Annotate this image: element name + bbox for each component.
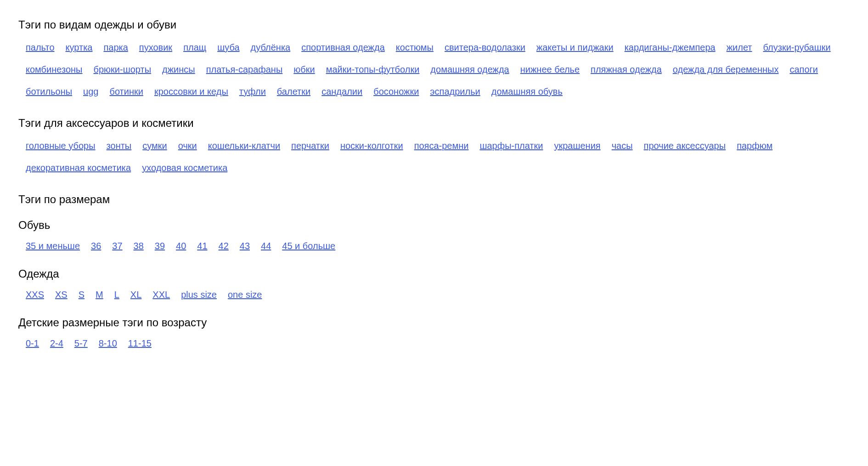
tag-link[interactable]: куртка [66, 39, 93, 56]
tag-link[interactable]: одежда для беременных [673, 61, 779, 78]
tag-link[interactable]: plus size [181, 286, 217, 303]
tag-link[interactable]: ботинки [109, 83, 143, 100]
tag-link[interactable]: 45 и больше [282, 237, 335, 255]
tag-link[interactable]: пуховик [139, 39, 172, 56]
heading-sizes: Тэги по размерам [18, 193, 850, 206]
tag-list-clothing-shoes: пальтокурткапаркапуховикплащшубадублёнка… [18, 39, 850, 100]
tag-link[interactable]: 43 [240, 237, 250, 255]
tag-link[interactable]: шуба [217, 39, 239, 56]
tag-link[interactable]: блузки-рубашки [763, 39, 831, 56]
tag-link[interactable]: S [79, 286, 85, 303]
tag-link[interactable]: комбинезоны [26, 61, 82, 78]
tag-link[interactable]: 0-1 [26, 335, 39, 352]
tag-link[interactable]: парфюм [737, 137, 772, 154]
tag-link[interactable]: сапоги [789, 61, 818, 78]
tag-link[interactable]: жилет [727, 39, 752, 56]
tag-link[interactable]: платья-сарафаны [206, 61, 283, 78]
tag-link[interactable]: босоножки [373, 83, 419, 100]
tag-link[interactable]: парка [103, 39, 128, 56]
tag-link[interactable]: 11-15 [128, 335, 152, 352]
tag-link[interactable]: 35 и меньше [26, 237, 80, 255]
tag-link[interactable]: пальто [26, 39, 55, 56]
tag-link[interactable]: балетки [277, 83, 310, 100]
tag-link[interactable]: 41 [197, 237, 207, 255]
tag-link[interactable]: часы [612, 137, 633, 154]
tag-link[interactable]: спортивная одежда [301, 39, 385, 56]
tag-link[interactable]: зонты [107, 137, 132, 154]
tag-link[interactable]: украшения [554, 137, 600, 154]
tag-link[interactable]: XXS [26, 286, 44, 303]
tag-link[interactable]: дублёнка [251, 39, 291, 56]
tag-link[interactable]: пляжная одежда [591, 61, 662, 78]
section-sizes: Тэги по размерам Обувь 35 и меньше363738… [18, 193, 850, 352]
tag-link[interactable]: майки-топы-футболки [326, 61, 420, 78]
section-accessories-cosmetics: Тэги для аксессуаров и косметики головны… [18, 117, 850, 176]
subheading-shoes: Обувь [18, 219, 850, 232]
tag-list-kids: 0-12-45-78-1011-15 [18, 335, 850, 352]
tag-link[interactable]: 36 [91, 237, 101, 255]
tag-link[interactable]: юбки [293, 61, 315, 78]
tag-list-clothing: XXSXSSMLXLXXLplus sizeone size [18, 286, 850, 303]
tag-link[interactable]: 38 [134, 237, 144, 255]
tag-link[interactable]: one size [228, 286, 262, 303]
tag-link[interactable]: 39 [155, 237, 165, 255]
subheading-kids: Детские размерные тэги по возрасту [18, 316, 850, 329]
tag-link[interactable]: очки [178, 137, 197, 154]
section-clothing-shoes: Тэги по видам одежды и обуви пальтокуртк… [18, 18, 850, 100]
tag-link[interactable]: пояса-ремни [414, 137, 469, 154]
tag-link[interactable]: 5-7 [74, 335, 88, 352]
tag-link[interactable]: джинсы [162, 61, 195, 78]
tag-link[interactable]: шарфы-платки [479, 137, 543, 154]
tag-link[interactable]: 44 [261, 237, 271, 255]
tag-link[interactable]: домашняя одежда [430, 61, 509, 78]
tag-link[interactable]: туфли [239, 83, 266, 100]
tag-link[interactable]: 40 [176, 237, 186, 255]
tag-link[interactable]: жакеты и пиджаки [536, 39, 614, 56]
tag-link[interactable]: уходовая косметика [142, 159, 227, 176]
tag-link[interactable]: 2-4 [50, 335, 63, 352]
tag-link[interactable]: XXL [152, 286, 170, 303]
tag-link[interactable]: кошельки-клатчи [208, 137, 280, 154]
tag-link[interactable]: ugg [83, 83, 98, 100]
tag-link[interactable]: прочие аксессуары [644, 137, 726, 154]
tag-link[interactable]: 37 [112, 237, 122, 255]
tag-link[interactable]: свитера-водолазки [445, 39, 525, 56]
tag-link[interactable]: L [114, 286, 119, 303]
tag-link[interactable]: 8-10 [99, 335, 117, 352]
tag-list-shoes: 35 и меньше36373839404142434445 и больше [18, 237, 850, 255]
tag-link[interactable]: домашняя обувь [491, 83, 563, 100]
tag-link[interactable]: плащ [183, 39, 206, 56]
heading-clothing-shoes: Тэги по видам одежды и обуви [18, 18, 850, 31]
tag-link[interactable]: носки-колготки [340, 137, 403, 154]
tag-link[interactable]: нижнее белье [520, 61, 580, 78]
tag-link[interactable]: головные уборы [26, 137, 96, 154]
tag-link[interactable]: 42 [219, 237, 229, 255]
tag-link[interactable]: кардиганы-джемпера [625, 39, 716, 56]
tag-link[interactable]: XL [130, 286, 141, 303]
tag-link[interactable]: декоративная косметика [26, 159, 131, 176]
subheading-clothing: Одежда [18, 267, 850, 280]
heading-accessories-cosmetics: Тэги для аксессуаров и косметики [18, 117, 850, 130]
tag-link[interactable]: ботильоны [26, 83, 72, 100]
tag-list-accessories-cosmetics: головные уборызонтысумкиочкикошельки-кла… [18, 137, 850, 176]
tag-link[interactable]: костюмы [396, 39, 434, 56]
tag-link[interactable]: эспадрильи [430, 83, 480, 100]
tag-link[interactable]: сумки [142, 137, 167, 154]
tag-link[interactable]: M [96, 286, 103, 303]
tag-link[interactable]: кроссовки и кеды [154, 83, 228, 100]
tag-link[interactable]: XS [55, 286, 68, 303]
tag-link[interactable]: сандалии [321, 83, 362, 100]
tag-link[interactable]: перчатки [291, 137, 329, 154]
tag-link[interactable]: брюки-шорты [93, 61, 151, 78]
